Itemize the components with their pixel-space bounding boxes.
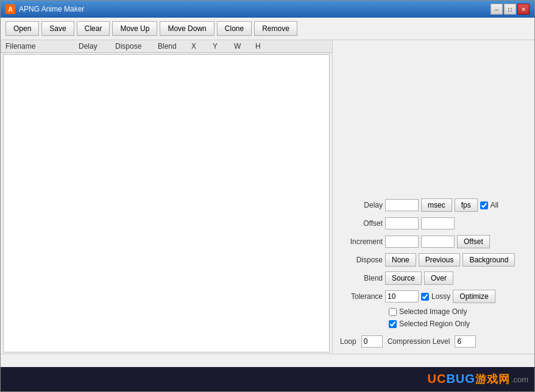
dispose-label: Dispose	[340, 256, 383, 264]
lossy-checkbox[interactable]	[421, 293, 429, 301]
watermark-uc: UC	[427, 372, 446, 385]
tolerance-input[interactable]	[385, 290, 419, 303]
watermark-main: UCBUG游戏网	[427, 372, 509, 387]
dispose-row: Dispose None Previous Background	[340, 253, 527, 267]
dispose-previous-button[interactable]: Previous	[419, 253, 461, 267]
status-bar	[1, 354, 534, 367]
left-panel: Filename Delay Dispose Blend X Y W H	[1, 40, 333, 354]
loop-compression-row: Loop Compression Level	[340, 334, 527, 349]
compression-input[interactable]	[455, 335, 476, 348]
col-w: W	[232, 42, 253, 51]
col-filename: Filename	[3, 42, 76, 51]
tolerance-row: Tolerance Lossy Optimize	[340, 289, 527, 304]
blend-source-button[interactable]: Source	[385, 271, 422, 285]
tolerance-label: Tolerance	[340, 292, 383, 301]
controls-section: Delay msec fps All Offset Increment	[340, 198, 527, 349]
compression-label: Compression Level	[388, 337, 450, 346]
loop-label: Loop	[340, 337, 356, 346]
selected-image-checkbox[interactable]	[389, 308, 397, 316]
maximize-button[interactable]: □	[504, 4, 516, 15]
delay-row: Delay msec fps All	[340, 198, 527, 212]
clone-button[interactable]: Clone	[217, 21, 252, 36]
selected-region-checkbox[interactable]	[389, 320, 397, 328]
save-button[interactable]: Save	[41, 21, 74, 36]
selected-image-row: Selected Image Only	[389, 307, 527, 316]
title-bar-left: A APNG Anime Maker	[5, 4, 84, 14]
dispose-none-button[interactable]: None	[385, 253, 416, 267]
selected-region-label: Selected Region Only	[399, 320, 470, 328]
blend-row: Blend Source Over	[340, 271, 527, 285]
col-y: Y	[210, 42, 232, 51]
increment-label: Increment	[340, 237, 383, 246]
col-blend: Blend	[155, 42, 189, 51]
watermark-sub: .com	[511, 375, 528, 384]
blend-label: Blend	[340, 274, 383, 282]
blend-over-button[interactable]: Over	[424, 271, 453, 285]
move-down-button[interactable]: Move Down	[160, 21, 214, 36]
optimize-button[interactable]: Optimize	[453, 290, 495, 303]
right-panel: Delay msec fps All Offset Increment	[333, 40, 534, 354]
toolbar: Open Save Clear Move Up Move Down Clone …	[1, 18, 534, 40]
minimize-button[interactable]: –	[491, 4, 503, 15]
increment-row: Increment Offset	[340, 234, 527, 249]
offset-y-input[interactable]	[421, 217, 455, 229]
col-delay: Delay	[76, 42, 113, 51]
fps-button[interactable]: fps	[455, 198, 478, 212]
move-up-button[interactable]: Move Up	[112, 21, 157, 36]
offset-label: Offset	[340, 219, 383, 228]
title-bar: A APNG Anime Maker – □ ✕	[1, 1, 534, 18]
col-h: H	[253, 42, 274, 51]
selected-image-label: Selected Image Only	[399, 307, 467, 316]
col-dispose: Dispose	[113, 42, 155, 51]
app-icon: A	[5, 4, 15, 14]
loop-input[interactable]	[361, 335, 383, 348]
main-content: Filename Delay Dispose Blend X Y W H Del…	[1, 40, 534, 354]
lossy-label: Lossy	[431, 292, 450, 301]
delay-label: Delay	[340, 201, 383, 209]
open-button[interactable]: Open	[5, 21, 39, 36]
dispose-background-button[interactable]: Background	[462, 253, 515, 267]
col-x: X	[189, 42, 210, 51]
delay-input[interactable]	[385, 199, 419, 211]
window-title: APNG Anime Maker	[19, 5, 84, 13]
increment-x-input[interactable]	[385, 236, 419, 248]
all-checkbox[interactable]	[480, 201, 488, 209]
offset-button[interactable]: Offset	[457, 235, 490, 248]
table-header: Filename Delay Dispose Blend X Y W H	[1, 40, 332, 53]
title-bar-controls: – □ ✕	[491, 4, 530, 15]
table-body[interactable]	[3, 54, 330, 352]
selected-region-row: Selected Region Only	[389, 320, 527, 328]
watermark-bar: UCBUG游戏网 .com	[1, 367, 534, 391]
offset-x-input[interactable]	[385, 217, 419, 229]
watermark-bug: BUG	[446, 372, 475, 385]
main-window: A APNG Anime Maker – □ ✕ Open Save Clear…	[0, 0, 535, 392]
panel-spacer	[340, 45, 527, 198]
offset-row: Offset	[340, 216, 527, 231]
remove-button[interactable]: Remove	[254, 21, 297, 36]
watermark-cn: 游戏网	[475, 373, 510, 385]
increment-y-input[interactable]	[421, 236, 455, 248]
all-label: All	[491, 201, 498, 209]
clear-button[interactable]: Clear	[77, 21, 110, 36]
msec-button[interactable]: msec	[421, 198, 452, 212]
close-button[interactable]: ✕	[517, 4, 530, 15]
